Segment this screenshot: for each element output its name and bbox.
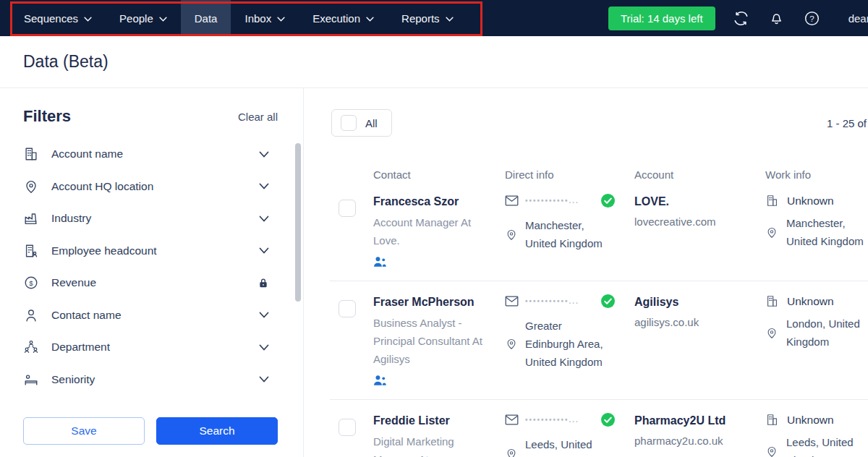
trial-badge[interactable]: Trial: 14 days left <box>608 7 715 30</box>
map-pin-icon <box>765 444 778 457</box>
results-panel: All 1 - 25 of 1 Contact Direct info Acco… <box>304 88 868 457</box>
filter-item-industry[interactable]: Industry <box>23 202 269 235</box>
pagination-range: 1 - 25 of 1 <box>827 117 868 129</box>
chevron-down-icon <box>277 17 285 22</box>
contact-location: Manchester, United Kingdom <box>525 216 613 252</box>
main-menu: Sequences People Data Inbox Execution Re… <box>0 0 467 36</box>
nav-label: Inbox <box>244 12 271 25</box>
contacts-table: Contact Direct info Account Work info Fr… <box>330 168 868 457</box>
seniority-icon <box>23 372 39 388</box>
account-domain[interactable]: lovecreative.com <box>634 215 745 228</box>
chevron-down-icon <box>446 17 454 22</box>
contact-title: Account Manager At Love. <box>373 213 486 249</box>
filter-item-employee-headcount[interactable]: Employee headcount <box>23 235 269 268</box>
chevron-down-icon <box>259 247 269 254</box>
nav-label: Reports <box>401 12 440 25</box>
email-icon <box>505 195 519 206</box>
nav-item-execution[interactable]: Execution <box>299 0 388 36</box>
contact-name[interactable]: Fraser McPherson <box>373 294 485 310</box>
nav-label: People <box>119 12 153 25</box>
column-work-info: Work info <box>765 168 868 181</box>
save-button[interactable]: Save <box>23 417 145 445</box>
work-location: London, United Kingdom <box>786 315 868 351</box>
lock-icon <box>258 277 269 289</box>
masked-email: •••••••••••... <box>525 197 586 205</box>
user-menu[interactable]: dean <box>848 12 868 25</box>
filter-item-revenue[interactable]: $ Revenue <box>23 267 269 299</box>
verified-check-icon <box>601 194 615 208</box>
chevron-down-icon <box>159 17 167 22</box>
column-account: Account <box>634 168 765 181</box>
dollar-icon: $ <box>23 275 39 291</box>
filter-item-contact-name[interactable]: Contact name <box>23 299 269 332</box>
chevron-down-icon <box>259 215 269 222</box>
building-icon <box>765 194 779 208</box>
select-all-button[interactable]: All <box>331 109 392 137</box>
row-checkbox[interactable] <box>339 200 356 217</box>
sidebar-scrollbar[interactable] <box>295 143 301 302</box>
headcount-icon <box>23 243 39 259</box>
account-name[interactable]: Pharmacy2U Ltd <box>634 413 745 429</box>
contact-name[interactable]: Freddie Lister <box>373 413 485 429</box>
svg-text:$: $ <box>29 279 33 287</box>
chevron-down-icon <box>84 17 92 22</box>
masked-email: •••••••••••... <box>525 416 586 424</box>
filter-list: Account name Account HQ location Industr… <box>23 138 269 396</box>
table-row[interactable]: Fraser McPherson Business Analyst - Prin… <box>330 281 868 400</box>
email-icon <box>505 296 519 307</box>
search-button[interactable]: Search <box>156 417 278 445</box>
building-icon <box>765 294 779 308</box>
work-company: Unknown <box>787 295 834 308</box>
map-pin-icon <box>765 325 778 341</box>
nav-item-people[interactable]: People <box>106 0 181 36</box>
page-header: Data (Beta) <box>0 36 868 88</box>
filter-item-account-name[interactable]: Account name <box>23 138 269 171</box>
column-contact: Contact <box>373 168 505 181</box>
row-checkbox[interactable] <box>339 300 356 317</box>
filter-item-account-hq-location[interactable]: Account HQ location <box>23 171 269 203</box>
account-name[interactable]: LOVE. <box>634 194 745 210</box>
map-pin-icon <box>505 227 518 242</box>
contact-name[interactable]: Francesca Szor <box>373 194 485 210</box>
contact-location: Leeds, United Kingdom <box>525 435 613 457</box>
nav-item-inbox[interactable]: Inbox <box>231 0 299 36</box>
refresh-icon[interactable] <box>732 9 751 27</box>
factory-icon <box>23 210 39 226</box>
contact-title: Digital Marketing Manager At <box>373 432 486 457</box>
account-domain[interactable]: agilisys.co.uk <box>634 316 745 328</box>
bell-icon[interactable] <box>767 9 786 27</box>
nav-item-sequences[interactable]: Sequences <box>10 0 106 36</box>
work-location: Leeds, United Kingdom <box>786 433 868 457</box>
filter-item-seniority[interactable]: Seniority <box>23 364 269 396</box>
account-name[interactable]: Agilisys <box>634 294 745 310</box>
map-pin-icon <box>505 336 518 351</box>
filter-item-department[interactable]: Department <box>23 331 269 364</box>
contact-title: Business Analyst - Principal Consultant … <box>373 314 486 368</box>
svg-text:?: ? <box>809 14 814 22</box>
nav-item-data[interactable]: Data <box>181 0 231 36</box>
help-icon[interactable]: ? <box>803 9 822 27</box>
table-row[interactable]: Freddie Lister Digital Marketing Manager… <box>330 400 868 457</box>
topbar-right-controls: Trial: 14 days left ? dean <box>608 0 868 36</box>
table-row[interactable]: Francesca Szor Account Manager At Love. … <box>330 181 868 281</box>
row-checkbox[interactable] <box>339 419 356 436</box>
table-header: Contact Direct info Account Work info <box>330 168 868 181</box>
chevron-down-icon <box>259 151 269 158</box>
work-company: Unknown <box>787 195 834 208</box>
clear-all-link[interactable]: Clear all <box>238 111 278 123</box>
people-icon[interactable] <box>373 375 387 386</box>
email-icon <box>505 414 519 425</box>
map-pin-icon <box>505 446 518 457</box>
work-location: Manchester, United Kingdom <box>786 214 868 250</box>
verified-check-icon <box>601 413 615 427</box>
select-all-checkbox[interactable] <box>341 115 357 131</box>
masked-email: •••••••••••... <box>525 297 586 305</box>
people-icon[interactable] <box>373 256 387 268</box>
account-domain[interactable]: pharmacy2u.co.uk <box>634 435 745 447</box>
nav-item-reports[interactable]: Reports <box>388 0 467 36</box>
filters-title: Filters <box>23 107 71 126</box>
building-icon <box>23 146 39 162</box>
page-title: Data (Beta) <box>23 52 109 72</box>
person-icon <box>23 307 39 323</box>
chevron-down-icon <box>259 376 269 383</box>
